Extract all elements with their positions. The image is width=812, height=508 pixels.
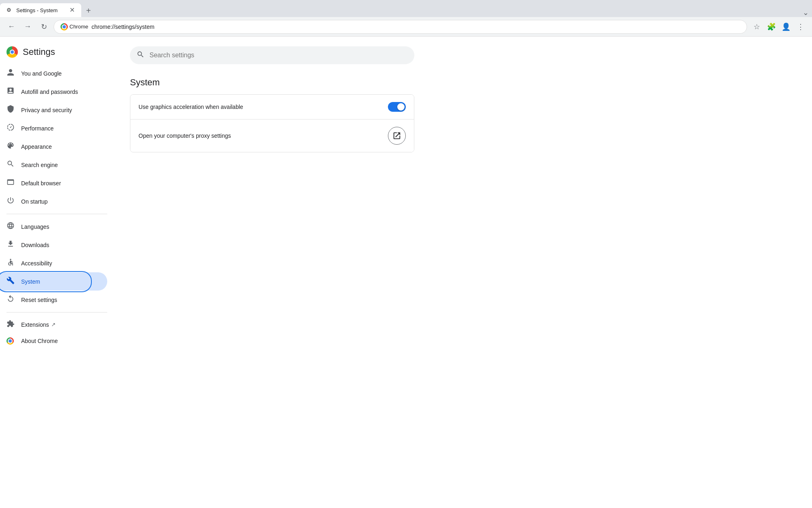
toggle-thumb bbox=[397, 103, 405, 111]
sidebar-item-privacy[interactable]: Privacy and security bbox=[0, 101, 107, 119]
about-chrome-icon bbox=[6, 337, 15, 345]
sidebar-label-downloads: Downloads bbox=[21, 242, 49, 248]
sidebar-item-accessibility[interactable]: Accessibility bbox=[0, 254, 107, 272]
accessibility-icon bbox=[6, 258, 15, 268]
sidebar-item-about-chrome[interactable]: About Chrome bbox=[0, 333, 107, 349]
performance-icon bbox=[6, 123, 15, 133]
active-tab[interactable]: ⚙ Settings - System ✕ bbox=[0, 3, 81, 17]
sidebar-item-extensions[interactable]: Extensions ↗ bbox=[0, 316, 107, 333]
sidebar-item-autofill[interactable]: Autofill and passwords bbox=[0, 82, 107, 101]
appearance-icon bbox=[6, 141, 15, 152]
toolbar-right-actions: ☆ 🧩 👤 ⋮ bbox=[750, 20, 807, 33]
tab-overflow-button[interactable]: ⌄ bbox=[803, 8, 809, 17]
sidebar-item-performance[interactable]: Performance bbox=[0, 119, 107, 137]
nav-separator-1 bbox=[6, 214, 107, 214]
tab-title: Settings - System bbox=[16, 7, 66, 13]
tab-close-button[interactable]: ✕ bbox=[69, 7, 75, 13]
address-url: chrome://settings/system bbox=[91, 24, 740, 30]
proxy-settings-label: Open your computer's proxy settings bbox=[139, 132, 231, 139]
shield-icon bbox=[6, 105, 15, 115]
settings-title: Settings bbox=[23, 47, 55, 57]
settings-chrome-logo bbox=[6, 46, 18, 58]
sidebar-label-performance: Performance bbox=[21, 125, 54, 132]
new-tab-button[interactable]: + bbox=[83, 4, 94, 17]
forward-button[interactable]: → bbox=[21, 20, 34, 33]
proxy-settings-row: Open your computer's proxy settings bbox=[130, 119, 414, 152]
languages-icon bbox=[6, 221, 15, 232]
tab-favicon: ⚙ bbox=[6, 7, 13, 13]
graphics-acceleration-toggle[interactable] bbox=[388, 102, 406, 112]
chrome-site-indicator: Chrome bbox=[61, 23, 88, 30]
autofill-icon bbox=[6, 87, 15, 97]
system-icon bbox=[6, 276, 15, 287]
sidebar-item-search-engine[interactable]: Search engine bbox=[0, 156, 107, 174]
sidebar-label-extensions: Extensions bbox=[21, 321, 49, 328]
sidebar-label-autofill: Autofill and passwords bbox=[21, 89, 78, 95]
main-content: System Use graphics acceleration when av… bbox=[114, 37, 812, 508]
profile-button[interactable]: 👤 bbox=[780, 20, 793, 33]
chrome-logo-icon bbox=[61, 23, 68, 30]
sidebar-item-languages[interactable]: Languages bbox=[0, 217, 107, 236]
sidebar: Settings You and Google Autofill and pas… bbox=[0, 37, 114, 508]
nav-separator-2 bbox=[6, 312, 107, 313]
extensions-label-wrap: Extensions ↗ bbox=[21, 321, 56, 328]
sidebar-item-on-startup[interactable]: On startup bbox=[0, 192, 107, 211]
graphics-acceleration-row: Use graphics acceleration when available bbox=[130, 95, 414, 119]
extensions-button[interactable]: 🧩 bbox=[765, 20, 778, 33]
search-input[interactable] bbox=[149, 52, 408, 59]
system-settings-card: Use graphics acceleration when available… bbox=[130, 94, 414, 152]
graphics-acceleration-label: Use graphics acceleration when available bbox=[139, 104, 243, 110]
menu-button[interactable]: ⋮ bbox=[794, 20, 807, 33]
search-bar[interactable] bbox=[130, 46, 414, 64]
browser-toolbar: ← → ↻ Chrome chrome://settings/system ☆ … bbox=[0, 17, 812, 37]
search-icon bbox=[6, 160, 15, 170]
startup-icon bbox=[6, 196, 15, 206]
reload-button[interactable]: ↻ bbox=[37, 20, 50, 33]
search-bar-icon bbox=[136, 50, 145, 61]
extensions-nav-icon bbox=[6, 320, 15, 329]
bookmark-button[interactable]: ☆ bbox=[750, 20, 763, 33]
sidebar-label-languages: Languages bbox=[21, 224, 49, 230]
chrome-label: Chrome bbox=[69, 24, 88, 30]
sidebar-label-system: System bbox=[21, 278, 40, 285]
downloads-icon bbox=[6, 240, 15, 250]
toggle-track bbox=[388, 102, 406, 112]
sidebar-label-you-and-google: You and Google bbox=[21, 70, 62, 77]
settings-header: Settings bbox=[0, 43, 114, 64]
sidebar-label-privacy: Privacy and security bbox=[21, 107, 72, 113]
section-title: System bbox=[130, 77, 796, 88]
sidebar-item-appearance[interactable]: Appearance bbox=[0, 137, 107, 156]
sidebar-label-on-startup: On startup bbox=[21, 198, 48, 205]
reset-icon bbox=[6, 295, 15, 305]
sidebar-label-appearance: Appearance bbox=[21, 143, 52, 150]
sidebar-label-accessibility: Accessibility bbox=[21, 260, 52, 267]
proxy-settings-open-button[interactable] bbox=[388, 127, 406, 145]
person-icon bbox=[6, 68, 15, 78]
sidebar-label-reset-settings: Reset settings bbox=[21, 297, 57, 303]
browser-icon bbox=[6, 178, 15, 188]
svg-point-0 bbox=[10, 259, 11, 260]
sidebar-item-downloads[interactable]: Downloads bbox=[0, 236, 107, 254]
sidebar-item-system[interactable]: System bbox=[0, 272, 107, 291]
page-content: Settings You and Google Autofill and pas… bbox=[0, 37, 812, 508]
back-button[interactable]: ← bbox=[5, 20, 18, 33]
sidebar-label-default-browser: Default browser bbox=[21, 180, 61, 187]
sidebar-item-default-browser[interactable]: Default browser bbox=[0, 174, 107, 192]
sidebar-item-reset-settings[interactable]: Reset settings bbox=[0, 291, 107, 309]
address-bar[interactable]: Chrome chrome://settings/system bbox=[54, 20, 747, 34]
sidebar-label-search-engine: Search engine bbox=[21, 162, 58, 168]
sidebar-item-you-and-google[interactable]: You and Google bbox=[0, 64, 107, 82]
sidebar-label-about-chrome: About Chrome bbox=[21, 338, 58, 344]
extensions-external-icon: ↗ bbox=[51, 321, 56, 328]
